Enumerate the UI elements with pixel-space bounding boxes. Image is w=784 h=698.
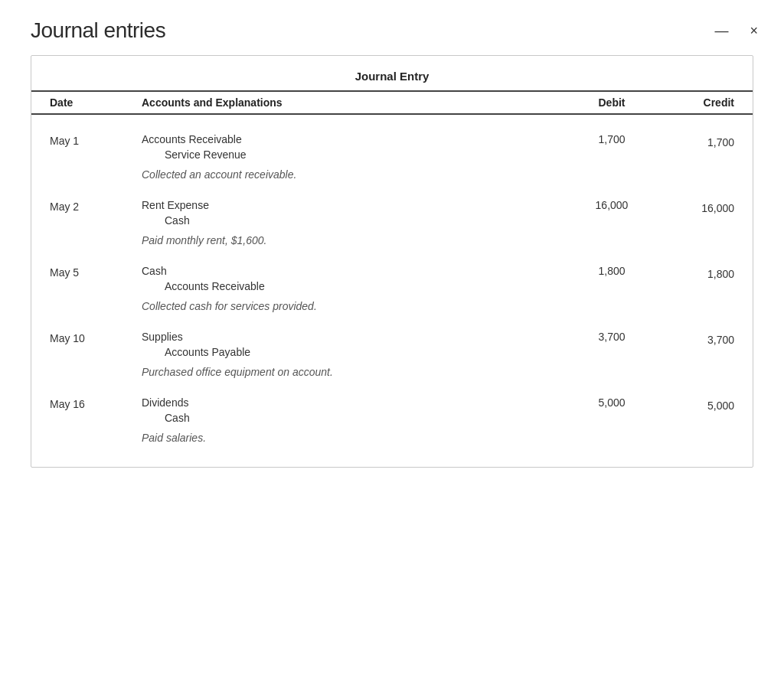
entry-explanation: Collected cash for services provided. [142,300,566,312]
entry-debits: 1,700 [566,133,658,181]
entry-debits: 5,000 [566,396,658,444]
table-row: May 2 Rent Expense Cash Paid monthly ren… [50,199,734,246]
date-column-header: Date [50,96,142,109]
entry-debits: 16,000 [566,199,658,246]
debit-amount: 16,000 [566,199,658,211]
window-controls: — × [710,21,763,41]
table-row: May 1 Accounts Receivable Service Revenu… [50,133,734,181]
entry-date: May 5 [50,265,142,312]
main-content: Journal Entry Date Accounts and Explanat… [0,55,784,483]
credit-column-header: Credit [658,96,734,109]
entry-debits: 1,800 [566,265,658,312]
entry-date: May 16 [50,396,142,444]
close-button[interactable]: × [745,21,763,41]
accounts-column-header: Accounts and Explanations [142,96,566,109]
debit-amount: 5,000 [566,396,658,409]
entry-credits: 1,700 [658,133,734,181]
entry-date: May 1 [50,133,142,181]
credit-amount: 3,700 [658,334,734,346]
entry-credits: 16,000 [658,199,734,246]
entry-explanation: Purchased office equipment on account. [142,366,566,378]
credit-account: Cash [142,214,566,227]
entry-lines: Rent Expense Cash Paid monthly rent, $1,… [142,199,566,246]
entry-date: May 10 [50,331,142,378]
credit-amount: 5,000 [658,400,734,412]
entries-list: May 1 Accounts Receivable Service Revenu… [31,133,753,444]
credit-amount: 1,800 [658,268,734,280]
entry-credits: 3,700 [658,331,734,378]
debit-amount: 1,800 [566,265,658,277]
debit-account: Dividends [142,396,566,409]
debit-account: Accounts Receivable [142,133,566,145]
journal-header: Journal Entry [31,56,753,83]
entry-explanation: Paid monthly rent, $1,600. [142,234,566,246]
entry-credits: 5,000 [658,396,734,444]
debit-account: Cash [142,265,566,277]
credit-account: Service Revenue [142,148,566,161]
credit-account: Cash [142,412,566,424]
entry-debits: 3,700 [566,331,658,378]
page-title: Journal entries [31,18,165,43]
entry-lines: Dividends Cash Paid salaries. [142,396,566,444]
minimize-button[interactable]: — [710,21,733,41]
credit-account: Accounts Receivable [142,280,566,292]
table-row: May 5 Cash Accounts Receivable Collected… [50,265,734,312]
entry-lines: Supplies Accounts Payable Purchased offi… [142,331,566,378]
entry-lines: Cash Accounts Receivable Collected cash … [142,265,566,312]
entry-lines: Accounts Receivable Service Revenue Coll… [142,133,566,181]
credit-amount: 1,700 [658,136,734,148]
entry-date: May 2 [50,199,142,246]
credit-amount: 16,000 [658,202,734,214]
table-row: May 16 Dividends Cash Paid salaries. 5,0… [50,396,734,444]
entry-explanation: Collected an account receivable. [142,168,566,181]
table-row: May 10 Supplies Accounts Payable Purchas… [50,331,734,378]
journal-container: Journal Entry Date Accounts and Explanat… [31,55,753,468]
credit-account: Accounts Payable [142,346,566,358]
debit-account: Supplies [142,331,566,343]
column-headers: Date Accounts and Explanations Debit Cre… [31,90,753,115]
entry-explanation: Paid salaries. [142,432,566,444]
debit-amount: 3,700 [566,331,658,343]
debit-account: Rent Expense [142,199,566,211]
title-bar: Journal entries — × [0,0,784,55]
debit-column-header: Debit [566,96,658,109]
entry-credits: 1,800 [658,265,734,312]
debit-amount: 1,700 [566,133,658,145]
